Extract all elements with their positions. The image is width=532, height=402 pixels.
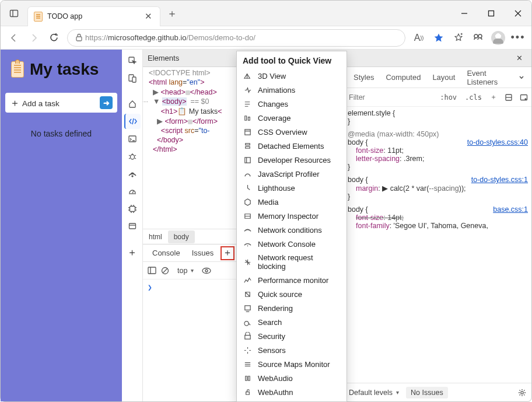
favorite-star-icon[interactable] [429,28,449,48]
console-settings-icon[interactable] [517,388,527,397]
window-close-button[interactable] [505,1,531,26]
more-tools-plus-icon[interactable]: ＋ [124,244,141,260]
toggle-hov-button[interactable]: :hov [436,91,461,104]
popup-item-label: Network request blocking [258,253,341,271]
popup-item-source-maps-monitor[interactable]: Source Maps Monitor [237,357,346,371]
popup-item-label: Memory Inspector [258,212,318,221]
toggle-cls-button[interactable]: .cls [461,91,486,104]
window-minimize-button[interactable] [451,1,478,26]
popup-item-security[interactable]: Security [237,329,346,343]
drawer-tab-console[interactable]: Console [146,246,186,260]
styles-filter-input[interactable] [344,91,408,104]
popup-item-icon [243,113,252,123]
popup-item-sensors[interactable]: Sensors [237,343,346,357]
console-sidebar-icon[interactable] [148,267,156,274]
styles-tab-computed[interactable]: Computed [380,69,426,85]
popup-item-network-conditions[interactable]: Network conditions [237,223,346,237]
device-toggle-icon[interactable] [124,71,141,86]
popup-item-css-overview[interactable]: CSS Overview [237,125,346,139]
svg-rect-13 [132,77,136,82]
popup-item-label: Sensors [258,346,286,355]
console-live-icon[interactable] [202,267,211,274]
popup-item-label: Coverage [258,114,290,123]
popup-item-label: Performance monitor [258,276,328,285]
styles-tab-layout[interactable]: Layout [426,69,461,85]
add-task-placeholder: Add a task [22,99,60,108]
issues-levels-select[interactable]: Default levels [349,389,399,397]
console-clear-icon[interactable] [161,267,169,275]
read-aloud-icon[interactable]: A)) [409,28,429,48]
popup-item-detached-elements[interactable]: Detached Elements [237,139,346,153]
popup-item-rendering[interactable]: Rendering [237,301,346,315]
application-icon[interactable] [124,219,141,234]
popup-item-quick-source[interactable]: Quick source [237,287,346,301]
popup-item-icon [243,345,252,355]
browser-tab[interactable]: TODO app ✕ [27,6,160,26]
nav-refresh-button[interactable] [44,28,64,48]
network-icon[interactable] [124,166,141,181]
memory-icon[interactable] [124,201,141,216]
devtools-close-icon[interactable]: ✕ [512,51,527,66]
crumb-body[interactable]: body [168,230,195,243]
console-context-select[interactable]: top [174,265,197,276]
new-style-rule-icon[interactable]: ＋ [486,90,501,105]
popup-item-icon [243,211,252,221]
popup-item-label: Detached Elements [258,142,324,151]
console-icon[interactable] [124,131,141,146]
popup-item-coverage[interactable]: Coverage [237,111,346,125]
popup-item-javascript-profiler[interactable]: JavaScript Profiler [237,167,346,181]
welcome-icon[interactable] [124,96,141,111]
sources-bug-icon[interactable] [124,149,141,164]
performance-icon[interactable] [124,184,141,199]
page-viewport: My tasks ＋Add a task ➜ No tasks defined [1,50,122,401]
nav-forward-button [24,28,44,48]
tab-close-icon[interactable]: ✕ [142,11,154,22]
popup-item-3d-view[interactable]: 3D View [237,69,346,83]
window-maximize-button[interactable] [478,1,505,26]
clipboard-icon [11,61,24,78]
address-bar[interactable]: https:// microsoftedge.github.io /Demos/… [67,29,405,47]
svg-point-33 [525,99,526,100]
styles-tabs-more-icon[interactable] [512,70,531,85]
popup-item-animations[interactable]: Animations [237,83,346,97]
popup-item-performance-monitor[interactable]: Performance monitor [237,273,346,287]
profile-avatar[interactable] [488,28,508,48]
svg-point-16 [132,176,133,177]
drawer-tab-issues[interactable]: Issues [186,246,220,260]
styles-rendering-icon[interactable] [516,90,531,105]
popup-item-memory-inspector[interactable]: Memory Inspector [237,209,346,223]
nav-back-button[interactable] [4,28,24,48]
popup-item-icon [243,275,252,285]
tab-actions-icon[interactable] [4,4,24,23]
popup-item-developer-resources[interactable]: Developer Resources [237,153,346,167]
popup-item-media[interactable]: Media [237,195,346,209]
popup-item-icon [243,71,252,81]
add-tool-popup: Add tool to Quick View 3D View Animation… [236,51,347,402]
styles-tab-styles[interactable]: Styles [348,69,380,85]
popup-item-webauthn[interactable]: WebAuthn [237,385,346,399]
elements-icon[interactable] [124,114,141,129]
popup-item-changes[interactable]: Changes [237,97,346,111]
collections-icon[interactable] [468,28,488,48]
popup-item-webaudio[interactable]: WebAudio [237,371,346,385]
add-task-input[interactable]: ＋Add a task ➜ [5,93,117,113]
popup-item-network-request-blocking[interactable]: Network request blocking [237,251,346,273]
popup-item-label: Quick source [258,290,302,299]
popup-item-label: Network Console [258,240,316,249]
no-issues-chip[interactable]: No Issues [406,387,448,398]
inspect-icon[interactable] [124,53,141,68]
drawer-add-tool-button[interactable]: ＋ [220,246,235,260]
styles-computed-toggle-icon[interactable] [501,90,516,105]
styles-tab-events[interactable]: Event Listeners [461,65,512,90]
popup-item-search[interactable]: Search [237,315,346,329]
styles-rules[interactable]: element.style { } @media (max-width: 450… [344,107,531,383]
add-task-submit-icon[interactable]: ➜ [100,96,113,109]
popup-item-label: WebAuthn [258,388,293,397]
crumb-html[interactable]: html [143,230,168,243]
svg-point-9 [474,34,478,38]
new-tab-button[interactable]: ＋ [163,6,181,20]
popup-item-network-console[interactable]: Network Console [237,237,346,251]
browser-more-icon[interactable]: ••• [508,28,528,48]
favorites-icon[interactable] [449,28,468,48]
popup-item-lighthouse[interactable]: Lighthouse [237,181,346,195]
